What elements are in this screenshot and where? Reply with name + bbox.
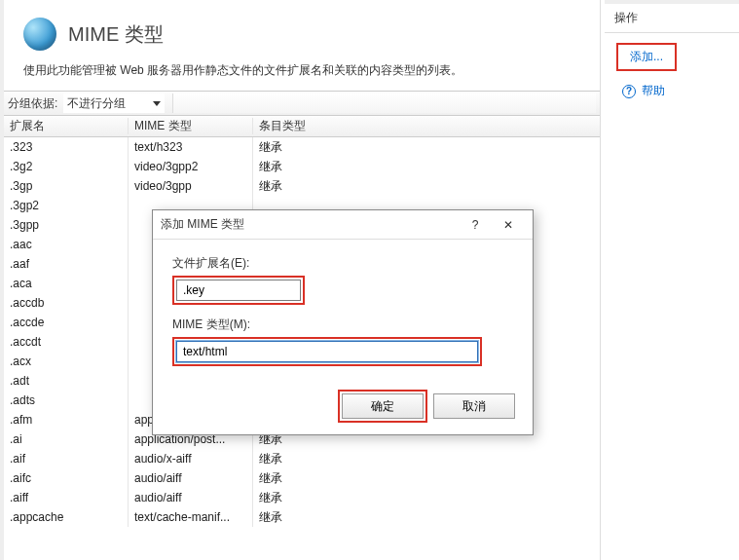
- extension-field-highlight: [172, 276, 305, 305]
- toolbar-spacer: [172, 93, 596, 113]
- cell-extension: .accdb: [4, 293, 129, 313]
- group-by-value: 不进行分组: [67, 95, 126, 112]
- cell-extension: .323: [4, 137, 129, 157]
- cell-extension: .accdt: [4, 332, 129, 352]
- table-row[interactable]: .aifaudio/x-aiff继承: [4, 449, 600, 468]
- mime-label: MIME 类型(M):: [172, 317, 513, 333]
- add-action-highlight: 添加...: [616, 43, 677, 71]
- mime-input[interactable]: [176, 341, 478, 362]
- actions-panel: 操作 添加... ? 帮助: [605, 0, 739, 560]
- table-row[interactable]: .3gpvideo/3gpp继承: [4, 176, 600, 196]
- cancel-button[interactable]: 取消: [433, 393, 515, 419]
- cell-entry: 继承: [253, 488, 584, 507]
- cell-extension: .ai: [4, 429, 129, 449]
- add-mime-dialog: 添加 MIME 类型 ? ✕ 文件扩展名(E): MIME 类型(M): 确定 …: [152, 209, 534, 435]
- cell-extension: .aca: [4, 274, 129, 293]
- cell-mime: video/3gpp2: [129, 157, 253, 176]
- cell-extension: .adts: [4, 391, 129, 410]
- cell-mime: audio/x-aiff: [129, 449, 253, 468]
- group-by-select[interactable]: 不进行分组: [63, 93, 165, 113]
- table-row[interactable]: .3g2video/3gpp2继承: [4, 157, 600, 176]
- main-content: MIME 类型 使用此功能管理被 Web 服务器用作静态文件的文件扩展名和关联的…: [0, 0, 601, 560]
- cell-entry: 继承: [253, 176, 584, 196]
- cell-extension: .aaf: [4, 254, 129, 274]
- cell-extension: .3g2: [4, 157, 129, 176]
- cell-mime: audio/aiff: [129, 488, 253, 507]
- grouping-toolbar: 分组依据: 不进行分组: [4, 91, 600, 116]
- table-row[interactable]: .323text/h323继承: [4, 137, 600, 157]
- close-icon: ✕: [503, 218, 513, 232]
- help-action[interactable]: ? 帮助: [612, 83, 731, 99]
- table-header-row: 扩展名 MIME 类型 条目类型: [4, 116, 600, 137]
- help-icon: ?: [622, 85, 636, 98]
- col-header-extension[interactable]: 扩展名: [4, 118, 129, 134]
- dialog-titlebar[interactable]: 添加 MIME 类型 ? ✕: [153, 210, 533, 240]
- add-action-link[interactable]: 添加...: [620, 47, 673, 67]
- col-header-entry[interactable]: 条目类型: [253, 118, 584, 134]
- dialog-button-row: 确定 取消: [153, 386, 533, 434]
- extension-input[interactable]: [176, 280, 301, 301]
- col-header-mime[interactable]: MIME 类型: [129, 118, 253, 134]
- cell-mime: text/h323: [129, 137, 253, 157]
- cell-extension: .3gp2: [4, 196, 129, 215]
- help-action-label: 帮助: [642, 83, 665, 99]
- cell-extension: .aifc: [4, 468, 129, 488]
- cell-extension: .aac: [4, 235, 129, 254]
- dialog-title: 添加 MIME 类型: [161, 216, 459, 233]
- cell-extension: .aif: [4, 449, 129, 468]
- cell-extension: .afm: [4, 410, 129, 429]
- page-header: MIME 类型: [4, 0, 600, 58]
- cell-extension: .3gpp: [4, 215, 129, 235]
- cell-extension: .aiff: [4, 488, 129, 507]
- cell-extension: .3gp: [4, 176, 129, 196]
- table-row[interactable]: .aifcaudio/aiff继承: [4, 468, 600, 488]
- actions-panel-title: 操作: [605, 4, 739, 33]
- ok-button[interactable]: 确定: [342, 393, 424, 419]
- cell-entry: 继承: [253, 507, 584, 527]
- dialog-close-button[interactable]: ✕: [492, 213, 525, 237]
- cell-entry: 继承: [253, 449, 584, 468]
- cell-entry: 继承: [253, 157, 584, 176]
- extension-label: 文件扩展名(E):: [172, 255, 513, 272]
- chevron-down-icon: [153, 101, 161, 106]
- cell-entry: 继承: [253, 468, 584, 488]
- cell-mime: audio/aiff: [129, 468, 253, 488]
- cell-mime: text/cache-manif...: [129, 507, 253, 527]
- cell-mime: video/3gpp: [129, 176, 253, 196]
- mime-field-highlight: [172, 337, 482, 366]
- cell-extension: .accde: [4, 313, 129, 332]
- dialog-help-button[interactable]: ?: [459, 213, 492, 237]
- cell-extension: .appcache: [4, 507, 129, 527]
- question-icon: ?: [472, 218, 479, 232]
- cell-extension: .adt: [4, 371, 129, 391]
- cell-entry: 继承: [253, 137, 584, 157]
- table-row[interactable]: .appcachetext/cache-manif...继承: [4, 507, 600, 527]
- globe-icon: [23, 18, 56, 51]
- group-by-label: 分组依据:: [8, 95, 61, 112]
- cell-extension: .acx: [4, 352, 129, 371]
- page-title: MIME 类型: [68, 21, 164, 48]
- table-row[interactable]: .aiffaudio/aiff继承: [4, 488, 600, 507]
- dialog-body: 文件扩展名(E): MIME 类型(M):: [153, 240, 533, 386]
- actions-panel-body: 添加... ? 帮助: [605, 33, 739, 109]
- page-description: 使用此功能管理被 Web 服务器用作静态文件的文件扩展名和关联的内容类型的列表。: [4, 58, 600, 91]
